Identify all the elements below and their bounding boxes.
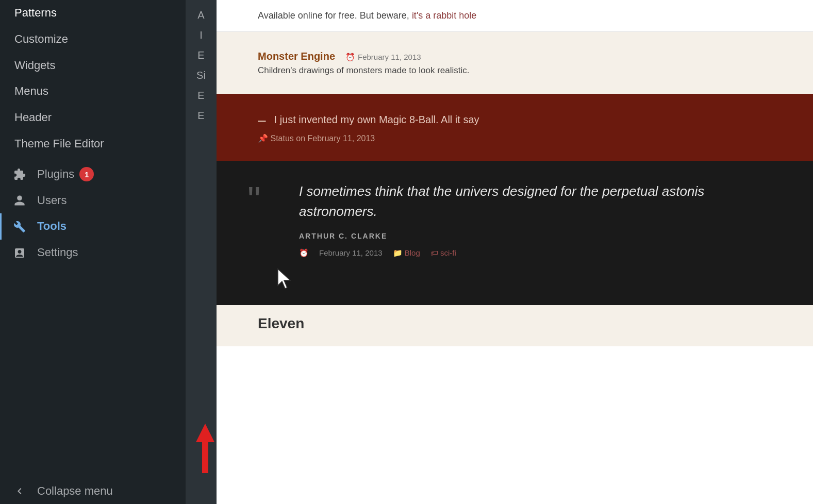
sidebar-item-settings-label: Settings xyxy=(37,245,78,261)
sidebar-item-users[interactable]: Users xyxy=(0,188,186,214)
quote-text: I sometimes think that the univers desig… xyxy=(299,181,782,222)
post-tags: ⏰ February 11, 2013 📁 Blog 🏷 sci-fi xyxy=(299,248,782,258)
submenu-letter-e1[interactable]: E xyxy=(197,45,204,65)
preview-header-section: Available online for free. But beware, i… xyxy=(217,0,813,32)
status-label: Status on February 11, 2013 xyxy=(270,134,375,143)
tools-icon xyxy=(10,221,29,233)
sidebar-item-theme-file-editor-label: Theme File Editor xyxy=(14,136,104,152)
quote-author: ARTHUR C. CLARKE xyxy=(299,232,782,240)
sidebar-item-settings[interactable]: Settings xyxy=(0,240,186,266)
preview-header-link[interactable]: it's a rabbit hole xyxy=(412,10,477,21)
preview-header-text: Available online for free. But beware, xyxy=(258,10,409,21)
plugins-icon xyxy=(10,168,29,180)
website-preview: Available online for free. But beware, i… xyxy=(217,0,813,504)
clock-icon: ⏰ xyxy=(345,53,355,62)
submenu-letter-e2[interactable]: E xyxy=(197,86,204,106)
sidebar-item-header-label: Header xyxy=(14,110,52,126)
submenu-letter-a[interactable]: A xyxy=(197,5,204,25)
quote-mark-icon: " xyxy=(247,181,261,219)
sidebar-item-header[interactable]: Header xyxy=(0,105,186,131)
preview-quote-section: " I sometimes think that the univers des… xyxy=(217,161,813,305)
users-icon xyxy=(10,194,29,207)
sidebar-item-patterns[interactable]: Patterns xyxy=(0,0,186,26)
folder-icon: 📁 xyxy=(393,248,403,257)
preview-post-section: Monster Engine ⏰ February 11, 2013 Child… xyxy=(217,32,813,94)
category-label: Blog xyxy=(405,248,420,257)
clock-icon-2: ⏰ xyxy=(299,248,309,258)
tag-link[interactable]: 🏷 sci-fi xyxy=(430,248,456,258)
settings-icon xyxy=(10,247,29,259)
sidebar-item-customize-label: Customize xyxy=(14,31,68,47)
post-name: Monster Engine xyxy=(258,51,335,62)
category-link[interactable]: 📁 Blog xyxy=(393,248,420,258)
submenu-letter-si[interactable]: Si xyxy=(196,65,206,86)
collapse-menu-button[interactable]: Collapse menu xyxy=(0,478,186,504)
submenu-letter-i[interactable]: I xyxy=(200,25,203,45)
sidebar-item-plugins-label: Plugins xyxy=(37,166,74,182)
arrow-head xyxy=(196,424,214,442)
tag-label: sci-fi xyxy=(440,248,456,257)
status-quote-text: I just invented my own Magic 8-Ball. All… xyxy=(274,114,479,126)
sidebar-item-menus-label: Menus xyxy=(14,83,48,99)
collapse-icon xyxy=(10,485,29,497)
arrow-indicator xyxy=(196,424,214,473)
post-date: February 11, 2013 xyxy=(358,53,421,61)
sidebar-item-widgets[interactable]: Widgets xyxy=(0,53,186,79)
sidebar: Patterns Customize Widgets Menus Header … xyxy=(0,0,186,504)
submenu-letter-e3[interactable]: E xyxy=(197,106,204,126)
sidebar-item-tools-label: Tools xyxy=(37,219,67,234)
tag-icon: 🏷 xyxy=(430,248,438,257)
preview-status-section: – I just invented my own Magic 8-Ball. A… xyxy=(217,94,813,161)
main-content: A I E Si E E Available online for free. … xyxy=(186,0,813,504)
collapse-menu-label: Collapse menu xyxy=(37,484,113,498)
plugins-badge: 1 xyxy=(79,167,94,181)
post-date-3: February 11, 2013 xyxy=(319,248,383,258)
sidebar-item-users-label: Users xyxy=(37,193,67,209)
sidebar-item-patterns-label: Patterns xyxy=(14,5,57,21)
preview-eleven-section: Eleven xyxy=(217,305,813,346)
status-meta: 📌 Status on February 11, 2013 xyxy=(258,133,782,143)
sidebar-item-menus[interactable]: Menus xyxy=(0,78,186,105)
eleven-title: Eleven xyxy=(258,315,304,331)
sidebar-item-tools[interactable]: Tools xyxy=(0,213,186,240)
sidebar-item-customize[interactable]: Customize xyxy=(0,26,186,53)
post-description: Children's drawings of monsters made to … xyxy=(258,65,782,76)
preview-area: A I E Si E E Available online for free. … xyxy=(186,0,813,504)
pin-icon: 📌 xyxy=(258,134,268,143)
sidebar-item-plugins[interactable]: Plugins 1 xyxy=(0,161,186,188)
sidebar-item-widgets-label: Widgets xyxy=(14,58,55,74)
arrow-shaft xyxy=(202,442,208,473)
sidebar-item-theme-file-editor[interactable]: Theme File Editor xyxy=(0,131,186,157)
